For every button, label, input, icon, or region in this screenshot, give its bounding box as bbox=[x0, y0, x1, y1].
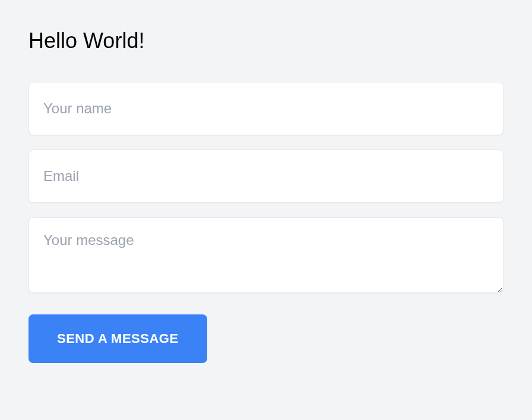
email-input[interactable] bbox=[28, 149, 504, 203]
message-textarea[interactable] bbox=[28, 217, 504, 293]
send-message-button[interactable]: Send a message bbox=[28, 314, 207, 363]
page-title: Hello World! bbox=[28, 28, 504, 53]
name-input[interactable] bbox=[28, 82, 504, 135]
contact-form: Send a message bbox=[28, 82, 504, 363]
